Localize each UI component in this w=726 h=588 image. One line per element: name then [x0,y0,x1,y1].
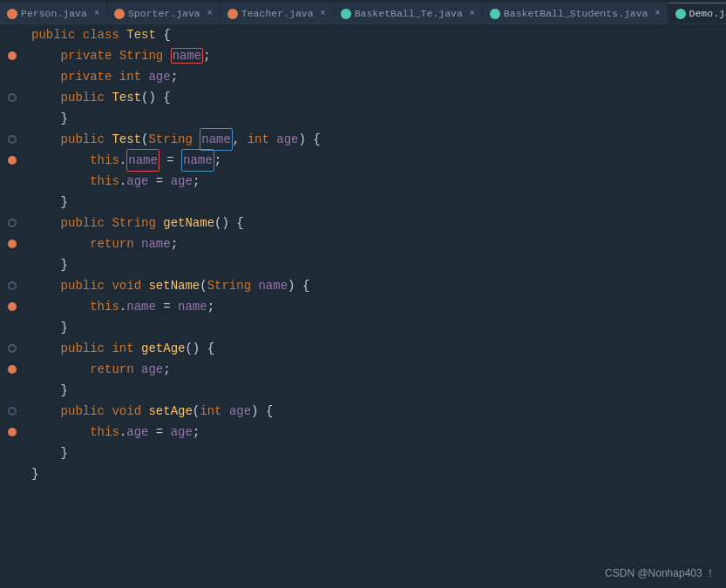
tab-demo-java[interactable]: Demo.java × [668,3,726,24]
method-test-default: Test [112,87,141,108]
kw-public-2: public [61,87,112,108]
code-line-7: this.name = name; [31,150,726,171]
tab-basketball-students-java[interactable]: BasketBall_Students.java × [483,3,668,24]
semi-7: ; [214,150,221,171]
bp-2 [8,51,17,60]
tab-close-person[interactable]: × [94,9,99,18]
code-line-20: this.age = age; [31,422,726,443]
paren-open-6: ( [141,129,148,150]
code-line-9: } [31,192,726,213]
indent-21 [31,443,61,463]
var-age-1: age [148,66,170,87]
type-string-2: String [148,129,200,150]
tab-label-demo: Demo.java [689,8,726,19]
var-age-param: age [276,129,298,150]
bp-22 [8,470,17,478]
eq-14: = [156,296,178,317]
gutter-line-5 [0,108,24,129]
tab-close-basketball-te[interactable]: × [470,9,475,18]
indent-14 [31,296,90,317]
kw-return-1: return [90,233,141,254]
type-int-1: int [119,66,149,87]
gutter-line-4 [0,87,24,108]
indent-11 [31,233,90,254]
gutter-line-8 [0,171,24,192]
highlight-this-name: name [126,149,159,172]
var-this-age-2: age [126,422,148,443]
tab-close-sporter[interactable]: × [207,9,213,18]
bp-10 [8,219,17,227]
tab-label-person: Person.java [21,8,87,19]
kw-void-2: void [112,401,148,422]
gutter-line-12 [0,254,24,275]
tab-icon-basketball-st [490,9,500,19]
brace-close-default: } [61,108,68,129]
gutter-line-6 [0,129,24,150]
tab-sporter-java[interactable]: Sporter.java × [107,3,221,24]
kw-private-1: private [61,45,119,66]
tab-label-basketball-st: BasketBall_Students.java [504,8,648,19]
indent-9 [31,192,61,213]
tab-person-java[interactable]: Person.java × [0,3,107,24]
code-line-3: private int age; [31,66,726,87]
paren-open-19: ( [193,401,200,422]
indent-17 [31,359,90,380]
tab-close-basketball-st[interactable]: × [655,9,661,18]
type-string-4: String [207,275,259,296]
brace-close-15: } [61,317,68,338]
watermark: CSDN @Nonhap403 ！ [605,566,716,581]
brace-close-9: } [61,192,68,213]
kw-public-1: public [31,24,83,45]
tab-close-teacher[interactable]: × [321,9,326,18]
bp-17 [8,365,17,374]
brace-close-class: } [31,463,38,484]
highlight-param-name: name [200,128,233,151]
indent-20 [31,422,90,443]
code-line-8: this.age = age; [31,171,726,192]
gutter-line-15 [0,317,24,338]
gutter-line-1 [0,24,24,45]
tab-icon-basketball-te [341,9,351,19]
bp-6 [8,135,17,144]
paren-close-6: ) { [299,129,321,150]
bp-12 [8,260,17,269]
bp-18 [8,386,17,395]
code-line-1: public class Test { [31,24,726,45]
gutter-line-16 [0,338,24,359]
code-line-22: } [31,463,726,484]
kw-public-4: public [61,213,112,233]
indent-3 [31,66,61,87]
this-kw-3: this [90,296,119,317]
this-kw-2: this [90,171,119,192]
tab-teacher-java[interactable]: Teacher.java × [221,3,334,24]
type-int-3: int [112,338,141,359]
indent-10 [31,213,61,233]
method-setname: setName [148,275,200,296]
var-name-return: name [141,233,171,254]
bp-19 [8,407,17,416]
code-line-16: public int getAge() { [31,338,726,359]
indent-4 [31,87,61,108]
bp-16 [8,344,17,353]
semi-8: ; [193,171,200,192]
bp-11 [8,240,17,248]
code-content[interactable]: public class Test { private String name;… [24,24,726,588]
gutter-line-19 [0,401,24,422]
indent-13 [31,275,61,296]
code-line-13: public void setName(String name) { [31,275,726,296]
semi-17: ; [163,359,170,380]
tab-basketball-te-java[interactable]: BasketBall_Te.java × [334,3,483,24]
indent-19 [31,401,61,422]
this-kw-4: this [90,422,119,443]
code-line-12: } [31,254,726,275]
indent-18 [31,380,61,401]
indent-12 [31,254,61,275]
code-line-14: this.name = name; [31,296,726,317]
semi-3: ; [171,66,178,87]
indent-6 [31,129,61,150]
gutter-line-20 [0,422,24,443]
bp-7 [8,156,17,165]
var-age-rhs: age [171,171,193,192]
bp-13 [8,281,17,290]
paren-open-13: ( [200,275,207,296]
